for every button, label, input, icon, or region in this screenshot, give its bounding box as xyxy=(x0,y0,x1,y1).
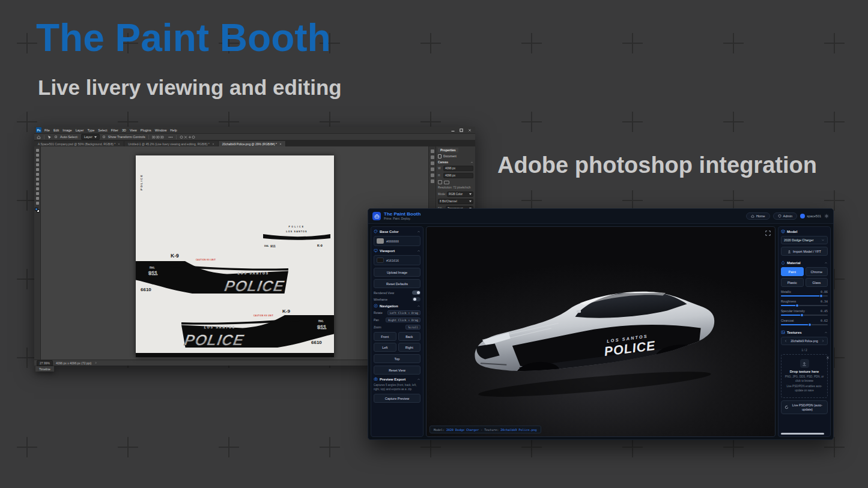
align-icons[interactable] xyxy=(152,135,165,139)
tool-icon[interactable] xyxy=(36,168,39,171)
material-paint-button[interactable]: Paint xyxy=(781,267,804,276)
auto-select-checkbox[interactable] xyxy=(55,136,57,138)
transform-controls-checkbox[interactable] xyxy=(103,136,105,138)
move-tool-icon[interactable] xyxy=(47,135,52,139)
tool-icon[interactable] xyxy=(36,178,39,181)
base-color-input[interactable]: #888888 xyxy=(374,236,420,246)
capture-preview-button[interactable]: Capture Preview xyxy=(374,394,420,403)
tool-icon[interactable] xyxy=(36,158,39,161)
slider-thumb[interactable] xyxy=(800,313,804,317)
horizontal-scrollbar[interactable] xyxy=(781,433,824,435)
texture-dropzone[interactable]: Drop texture here PNG, JPG, DDS, PSD, PD… xyxy=(781,354,828,398)
reset-defaults-button[interactable]: Reset Defaults xyxy=(374,279,420,288)
landscape-orientation-button[interactable] xyxy=(444,181,449,184)
menu-3d[interactable]: 3D xyxy=(122,128,126,132)
slider-thumb[interactable] xyxy=(795,304,799,307)
menu-type[interactable]: Type xyxy=(87,128,94,132)
material-plastic-button[interactable]: Plastic xyxy=(781,278,804,287)
reset-view-button[interactable]: Reset View xyxy=(374,366,420,375)
clearcoat-slider[interactable]: Clearcoat0.62 xyxy=(781,319,828,325)
material-section[interactable]: Material xyxy=(781,261,828,265)
properties-tab[interactable]: Properties xyxy=(438,148,458,152)
tool-icon[interactable] xyxy=(36,192,39,195)
next-texture-icon[interactable] xyxy=(821,339,825,343)
slider-thumb[interactable] xyxy=(819,294,823,298)
import-model-button[interactable]: Import Model / YFT xyxy=(781,247,828,256)
bit-depth-select[interactable]: 8 Bit/Channel xyxy=(438,199,473,204)
user-chip[interactable]: space501 xyxy=(800,214,821,218)
home-screen-icon[interactable] xyxy=(37,135,41,139)
chevron-up-icon[interactable] xyxy=(470,161,473,164)
material-glass-button[interactable]: Glass xyxy=(806,278,828,287)
doc-tab-2[interactable]: Untitled-1 @ 45.2% (Live livery viewing … xyxy=(124,141,218,146)
tool-icon[interactable] xyxy=(36,197,39,200)
menu-select[interactable]: Select xyxy=(98,128,107,132)
doc-tab-1[interactable]: A Space501 Company.psd @ 50% (Background… xyxy=(34,141,124,146)
view-back-button[interactable]: Back xyxy=(398,332,421,341)
home-button[interactable]: Home xyxy=(746,212,770,220)
live-psd-button[interactable]: Live PSD/PDN (auto-update) xyxy=(781,400,828,415)
model-select[interactable]: 2020 Dodge Charger xyxy=(781,236,828,244)
menu-plugins[interactable]: Plugins xyxy=(141,128,151,132)
base-color-section[interactable]: Base Color xyxy=(374,229,420,233)
minimize-icon[interactable] xyxy=(451,128,455,132)
portrait-orientation-button[interactable] xyxy=(438,180,442,184)
menu-window[interactable]: Window xyxy=(155,128,167,132)
menu-edit[interactable]: Edit xyxy=(53,128,59,132)
metallic-slider[interactable]: Metallic0.86 xyxy=(781,290,828,297)
viewport-color-swatch[interactable] xyxy=(377,258,384,263)
texture-file-row[interactable]: 20chalbk9 Police.png xyxy=(781,337,828,345)
texture-value[interactable]: 20chalbk9 Police.png xyxy=(500,428,536,432)
tool-icon[interactable] xyxy=(36,163,39,166)
width-field[interactable]: 4096 px xyxy=(443,166,473,171)
wireframe-toggle[interactable] xyxy=(412,297,420,301)
close-tab-icon[interactable] xyxy=(212,143,214,145)
tool-icon[interactable] xyxy=(36,149,39,152)
view-right-button[interactable]: Right xyxy=(398,343,421,352)
panel-icon[interactable] xyxy=(431,173,434,177)
close-tab-icon[interactable] xyxy=(118,143,120,145)
color-swatches[interactable] xyxy=(35,208,40,212)
menu-help[interactable]: Help xyxy=(170,128,177,132)
menu-view[interactable]: View xyxy=(130,128,137,132)
base-color-swatch[interactable] xyxy=(377,238,384,244)
zoom-level[interactable]: 27.99% xyxy=(37,360,53,366)
rendered-view-toggle[interactable] xyxy=(412,291,420,295)
close-icon[interactable] xyxy=(468,128,472,132)
specular-intensity-slider[interactable]: Specular Intensity0.45 xyxy=(781,309,828,316)
chevron-right-icon[interactable] xyxy=(94,361,97,364)
foreground-color-swatch[interactable] xyxy=(35,208,38,211)
model-section[interactable]: Model xyxy=(781,229,828,233)
previous-texture-icon[interactable] xyxy=(784,339,788,343)
3d-mode-icons[interactable] xyxy=(180,135,195,139)
panel-icon[interactable] xyxy=(431,161,434,165)
menu-file[interactable]: File xyxy=(44,128,50,132)
tool-icon[interactable] xyxy=(36,154,39,157)
upload-image-button[interactable]: Upload Image xyxy=(374,268,420,277)
roughness-slider[interactable]: Roughness0.34 xyxy=(781,300,828,306)
panel-icon[interactable] xyxy=(431,149,434,153)
view-front-button[interactable]: Front xyxy=(374,332,396,341)
textures-section[interactable]: Textures xyxy=(781,330,828,334)
mode-select[interactable]: RGB Color xyxy=(447,191,473,197)
tool-icon[interactable] xyxy=(36,187,39,190)
view-left-button[interactable]: Left xyxy=(374,343,396,352)
tool-icon[interactable] xyxy=(36,182,39,185)
3d-viewport[interactable]: LOS SANTOS POLICE Model: 2020 Dodge Char… xyxy=(426,226,775,437)
auto-select-target-dropdown[interactable]: Layer xyxy=(81,134,100,140)
panel-icon[interactable] xyxy=(431,155,434,159)
more-options-icon[interactable] xyxy=(168,135,173,139)
view-top-button[interactable]: Top xyxy=(374,354,420,363)
model-value[interactable]: 2020 Dodge Charger xyxy=(446,428,479,432)
menu-image[interactable]: Image xyxy=(62,128,71,132)
menu-filter[interactable]: Filter xyxy=(111,128,118,132)
timeline-tab[interactable]: Timeline xyxy=(35,366,54,372)
settings-gear-icon[interactable] xyxy=(824,214,829,218)
material-chrome-button[interactable]: Chrome xyxy=(806,267,828,276)
height-field[interactable]: 4096 px xyxy=(443,173,473,178)
viewport-section[interactable]: Viewport xyxy=(374,249,420,253)
navigation-section[interactable]: Navigation xyxy=(374,304,420,308)
viewport-color-input[interactable]: #161616 xyxy=(374,255,420,265)
fullscreen-icon[interactable] xyxy=(765,230,771,236)
admin-button[interactable]: Admin xyxy=(773,212,798,220)
